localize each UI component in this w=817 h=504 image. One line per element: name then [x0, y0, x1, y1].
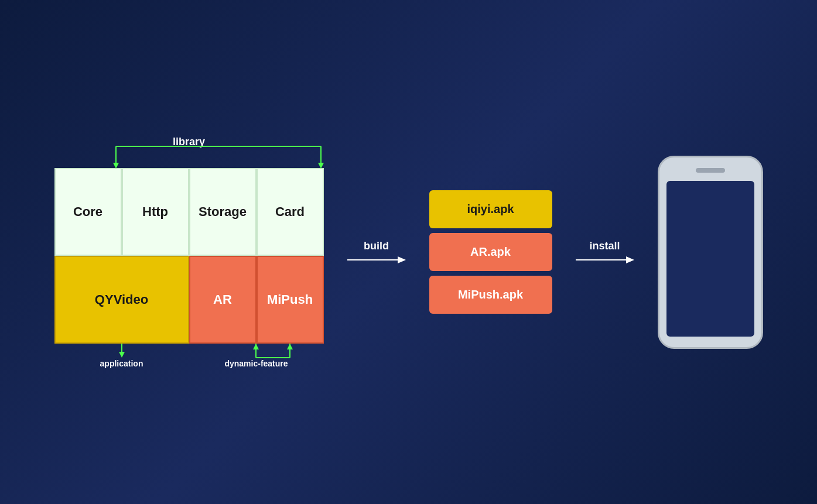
svg-marker-4	[318, 163, 324, 169]
phone	[658, 156, 763, 349]
svg-marker-6	[119, 352, 125, 358]
module-card: Card	[257, 168, 324, 256]
modules-section: library Core Http Storage	[54, 136, 324, 368]
apk-iqiyi: iqiyi.apk	[429, 190, 552, 228]
apk-mipush: MiPush.apk	[429, 276, 552, 314]
phone-screen	[666, 181, 754, 337]
install-arrow	[576, 256, 634, 264]
module-core: Core	[54, 168, 122, 256]
svg-marker-10	[287, 344, 293, 349]
module-ar: AR	[189, 256, 257, 344]
module-qyvideo: QYVideo	[54, 256, 189, 344]
svg-marker-15	[626, 256, 634, 263]
module-storage: Storage	[189, 168, 257, 256]
bottom-labels-row: application dynamic-feature	[54, 344, 324, 368]
apk-ar: AR.apk	[429, 233, 552, 271]
install-label: install	[589, 240, 620, 252]
build-label: build	[364, 240, 389, 252]
phone-section	[658, 156, 763, 349]
install-arrow-section: install	[576, 240, 634, 264]
library-arc-svg	[54, 146, 324, 170]
build-arrow	[347, 256, 406, 264]
build-arrow-svg	[347, 256, 406, 264]
svg-marker-13	[398, 256, 406, 263]
module-grid: Core Http Storage Card QYVideo AR MiPush	[54, 168, 324, 344]
apk-section: iqiyi.apk AR.apk MiPush.apk	[429, 190, 552, 314]
svg-marker-1	[113, 163, 119, 169]
diagram: library Core Http Storage	[54, 136, 763, 368]
phone-speaker	[696, 168, 725, 173]
install-arrow-svg	[576, 256, 634, 264]
bottom-arrows-svg	[54, 344, 324, 376]
module-mipush: MiPush	[257, 256, 324, 344]
module-http: Http	[122, 168, 189, 256]
build-arrow-section: build	[347, 240, 406, 264]
library-label-row: library	[54, 136, 324, 168]
svg-marker-8	[253, 344, 259, 349]
